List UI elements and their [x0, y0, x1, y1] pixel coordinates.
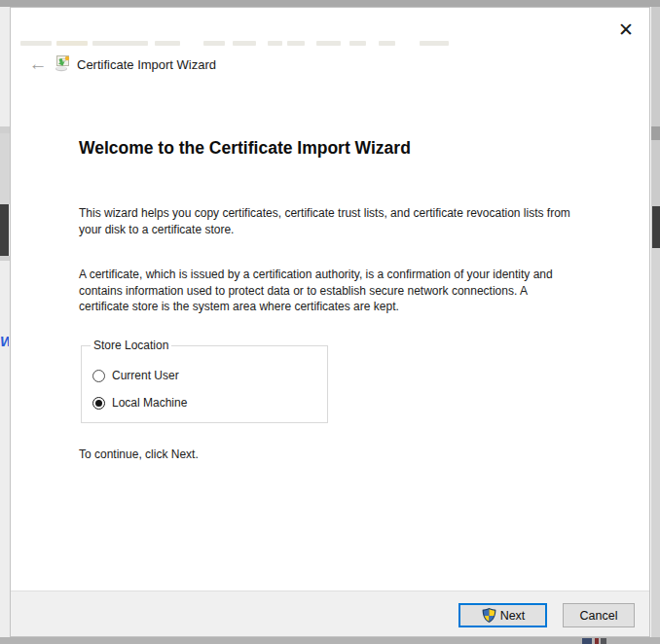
background-artifact	[420, 41, 449, 46]
background-artifact	[155, 41, 180, 46]
background-artifact	[0, 133, 10, 204]
background-artifact	[651, 126, 660, 140]
radio-current-user[interactable]: Current User	[92, 368, 179, 383]
background-artifact	[233, 41, 256, 46]
background-text-fragment: W	[0, 333, 9, 350]
background-artifact	[56, 41, 88, 46]
background-window-left-sliver	[0, 7, 10, 637]
background-artifact	[582, 638, 592, 644]
certificate-import-icon	[54, 54, 71, 72]
certificate-import-wizard-dialog: ✕ ← Certificate Import Wizard Welcome to…	[10, 7, 650, 637]
cancel-button[interactable]: Cancel	[563, 603, 635, 627]
background-dark-block-left	[0, 204, 9, 256]
wizard-description-paragraph: This wizard helps you copy certificates,…	[79, 205, 577, 237]
background-artifact	[651, 248, 660, 637]
background-artifact	[0, 256, 10, 261]
cancel-button-label: Cancel	[580, 609, 618, 623]
background-artifact	[0, 126, 10, 133]
radio-label: Current User	[112, 369, 179, 382]
background-artifact	[92, 41, 148, 46]
store-location-label: Store Location	[91, 339, 171, 352]
radio-local-machine[interactable]: Local Machine	[92, 395, 187, 411]
background-window-top-edge	[0, 0, 660, 7]
certificate-explanation-paragraph: A certificate, which is issued by a cert…	[79, 267, 577, 315]
background-artifact	[379, 41, 395, 46]
background-dark-block-right	[652, 206, 660, 248]
close-icon[interactable]: ✕	[611, 16, 641, 43]
background-artifact	[287, 41, 305, 46]
back-arrow-icon[interactable]: ←	[24, 53, 52, 76]
background-artifact	[203, 41, 225, 46]
background-artifact	[601, 638, 606, 644]
page-title: Welcome to the Certificate Import Wizard	[79, 138, 585, 159]
next-button[interactable]: Next	[458, 603, 547, 627]
background-artifact	[268, 41, 282, 46]
uac-shield-icon	[481, 607, 497, 624]
radio-label: Local Machine	[112, 396, 187, 410]
background-artifact	[316, 41, 341, 46]
background-artifact	[20, 41, 52, 46]
wizard-header: ← Certificate Import Wizard	[11, 51, 649, 80]
background-artifact	[349, 41, 366, 46]
store-location-groupbox: Store Location Current User Local Machin…	[81, 345, 328, 423]
radio-circle-unselected[interactable]	[92, 370, 105, 382]
background-window-bottom-edge	[0, 637, 660, 644]
wizard-title: Certificate Import Wizard	[77, 57, 216, 72]
next-button-label: Next	[500, 609, 526, 623]
radio-circle-selected[interactable]	[92, 397, 105, 410]
wizard-footer: Next Cancel	[11, 590, 649, 636]
background-artifact	[595, 638, 599, 644]
continue-hint-text: To continue, click Next.	[79, 447, 199, 461]
